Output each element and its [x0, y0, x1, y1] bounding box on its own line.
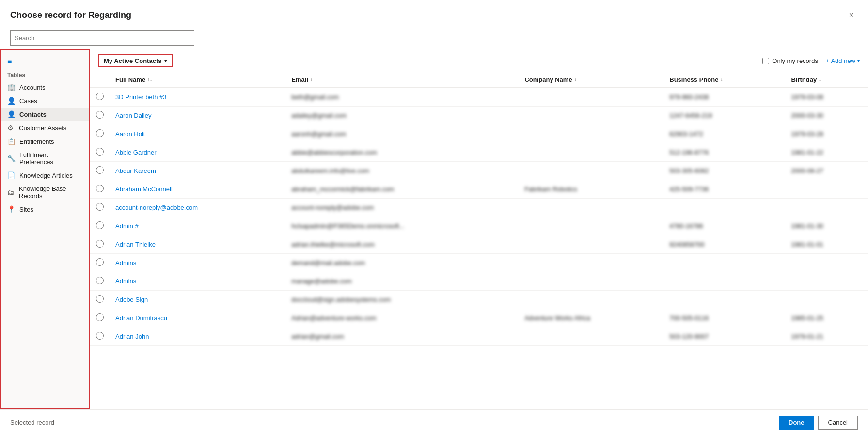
row-radio-4[interactable]	[96, 148, 104, 156]
row-radio-2[interactable]	[96, 111, 104, 119]
row-radio-11[interactable]	[96, 277, 104, 284]
full-name-cell[interactable]: Adrian Thielke	[110, 235, 285, 254]
row-select-cell[interactable]	[90, 143, 110, 162]
full-name-link[interactable]: Aaron Holt	[115, 130, 145, 138]
row-select-cell[interactable]	[90, 125, 110, 143]
company-cell: Adventure Works Africa	[519, 309, 663, 327]
birthday-cell	[785, 180, 868, 199]
full-name-cell[interactable]: Adobe Sign	[110, 291, 285, 309]
email-cell: account-noreply@adobe.com	[285, 199, 519, 217]
row-radio-13[interactable]	[96, 313, 104, 321]
row-select-cell[interactable]	[90, 235, 110, 254]
sidebar-item-customer-assets[interactable]: ⚙ Customer Assets	[1, 121, 89, 135]
row-radio-14[interactable]	[96, 332, 104, 340]
sidebar-item-sites[interactable]: 📍 Sites	[1, 202, 89, 216]
full-name-cell[interactable]: account-noreply@adobe.com	[110, 199, 285, 217]
view-selector-chevron: ▾	[164, 58, 167, 63]
row-select-cell[interactable]	[90, 309, 110, 327]
full-name-link[interactable]: Abbie Gardner	[115, 149, 157, 156]
full-name-link[interactable]: Abraham McConnell	[115, 186, 173, 193]
full-name-link[interactable]: Adrian John	[115, 333, 149, 340]
view-selector-button[interactable]: My Active Contacts ▾	[98, 54, 173, 67]
sidebar-item-contacts[interactable]: 👤 Contacts	[1, 108, 89, 121]
table-container: Full Name ↑↓ Email ↓	[90, 72, 868, 409]
row-radio-5[interactable]	[96, 166, 104, 174]
row-select-cell[interactable]	[90, 327, 110, 346]
cancel-button[interactable]: Cancel	[818, 416, 858, 430]
search-input[interactable]	[10, 30, 194, 46]
sidebar-item-knowledge-base-records[interactable]: 🗂 Knowledge Base Records	[1, 182, 89, 202]
sidebar-item-entitlements[interactable]: 📋 Entitlements	[1, 135, 89, 148]
row-radio-7[interactable]	[96, 203, 104, 211]
row-select-cell[interactable]	[90, 254, 110, 272]
full-name-link[interactable]: Abdur Kareem	[115, 167, 156, 174]
cases-icon: 👤	[7, 97, 16, 105]
row-select-cell[interactable]	[90, 291, 110, 309]
sidebar-item-accounts[interactable]: 🏢 Accounts	[1, 80, 89, 94]
row-select-cell[interactable]	[90, 199, 110, 217]
phone-cell: 700-505-0116	[663, 309, 785, 327]
full-name-sort-icon[interactable]: ↑↓	[147, 77, 152, 82]
only-my-records-checkbox[interactable]	[762, 58, 769, 64]
company-name-column-header[interactable]: Company Name ↓	[519, 72, 663, 88]
row-radio-6[interactable]	[96, 185, 104, 192]
full-name-cell[interactable]: Admins	[110, 272, 285, 291]
email-sort-icon[interactable]: ↓	[310, 77, 313, 82]
phone-cell: 979-960-2438	[663, 88, 785, 107]
birthday-cell: 2000-08-27	[785, 162, 868, 180]
full-name-cell[interactable]: 3D Printer beth #3	[110, 88, 285, 107]
full-name-cell[interactable]: Aaron Dailey	[110, 107, 285, 125]
full-name-link[interactable]: Admin #	[115, 222, 139, 230]
full-name-cell[interactable]: Adrian John	[110, 327, 285, 346]
table-row: Adobe Sign doccloud@sign.adobesystems.co…	[90, 291, 868, 309]
full-name-link[interactable]: Adobe Sign	[115, 296, 148, 303]
row-radio-8[interactable]	[96, 221, 104, 229]
full-name-cell[interactable]: Admins	[110, 254, 285, 272]
dialog-footer: Selected record Done Cancel	[0, 409, 868, 436]
row-radio-12[interactable]	[96, 295, 104, 303]
birthday-column-header[interactable]: Birthday ↓	[785, 72, 868, 88]
done-button[interactable]: Done	[779, 416, 814, 430]
sidebar-item-label: Fulfillment Preferences	[19, 151, 83, 166]
full-name-cell[interactable]: Abdur Kareem	[110, 162, 285, 180]
close-button[interactable]: ×	[845, 8, 858, 22]
sidebar-item-label: Accounts	[19, 84, 45, 91]
phone-sort-icon[interactable]: ↓	[720, 77, 723, 82]
hamburger-menu-icon[interactable]: ≡	[1, 54, 89, 69]
add-new-button[interactable]: + Add new ▾	[826, 57, 860, 64]
row-radio-3[interactable]	[96, 129, 104, 137]
sidebar-item-knowledge-articles[interactable]: 📄 Knowledge Articles	[1, 169, 89, 182]
sidebar-item-label: Customer Assets	[19, 125, 66, 132]
business-phone-column-header[interactable]: Business Phone ↓	[663, 72, 785, 88]
full-name-link[interactable]: Adrian Thielke	[115, 241, 156, 248]
row-radio-10[interactable]	[96, 258, 104, 266]
birthday-cell: 1981-01-01	[785, 235, 868, 254]
birthday-sort-icon[interactable]: ↓	[819, 77, 821, 82]
full-name-cell[interactable]: Aaron Holt	[110, 125, 285, 143]
full-name-cell[interactable]: Abraham McConnell	[110, 180, 285, 199]
email-column-header[interactable]: Email ↓	[285, 72, 519, 88]
full-name-link[interactable]: Adrian Dumitrascu	[115, 314, 167, 322]
company-sort-icon[interactable]: ↓	[574, 77, 577, 82]
row-radio-9[interactable]	[96, 240, 104, 248]
row-radio-1[interactable]	[96, 93, 104, 100]
row-select-cell[interactable]	[90, 217, 110, 235]
full-name-link[interactable]: 3D Printer beth #3	[115, 93, 167, 101]
row-select-cell[interactable]	[90, 162, 110, 180]
entitlements-icon: 📋	[7, 138, 16, 145]
sidebar-item-fulfillment-preferences[interactable]: 🔧 Fulfillment Preferences	[1, 148, 89, 169]
full-name-link[interactable]: Admins	[115, 259, 136, 266]
full-name-link[interactable]: Admins	[115, 278, 136, 285]
full-name-column-header[interactable]: Full Name ↑↓	[110, 72, 285, 88]
row-select-cell[interactable]	[90, 88, 110, 107]
row-select-cell[interactable]	[90, 180, 110, 199]
full-name-link[interactable]: Aaron Dailey	[115, 112, 151, 119]
row-select-cell[interactable]	[90, 107, 110, 125]
full-name-cell[interactable]: Adrian Dumitrascu	[110, 309, 285, 327]
row-select-cell[interactable]	[90, 272, 110, 291]
sidebar-item-cases[interactable]: 👤 Cases	[1, 94, 89, 108]
full-name-cell[interactable]: Admin #	[110, 217, 285, 235]
only-my-records-label[interactable]: Only my records	[762, 57, 818, 64]
full-name-link[interactable]: account-noreply@adobe.com	[115, 204, 198, 211]
full-name-cell[interactable]: Abbie Gardner	[110, 143, 285, 162]
